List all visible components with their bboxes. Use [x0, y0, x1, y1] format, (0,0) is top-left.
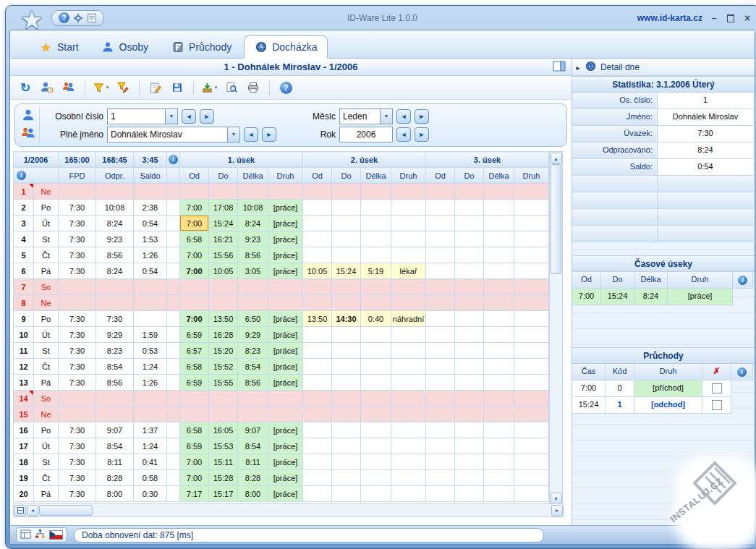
day-name-cell[interactable]: Út	[34, 327, 59, 343]
segment-empty-cell[interactable]	[455, 486, 484, 502]
saldo-cell[interactable]: 0:53	[134, 343, 167, 359]
toggle-detail-panel-button[interactable]	[553, 61, 567, 73]
segment-empty-cell[interactable]	[303, 422, 332, 438]
saldo-cell[interactable]	[134, 295, 167, 311]
day-name-cell[interactable]: Ne	[34, 184, 59, 200]
layout-icon[interactable]	[20, 529, 31, 542]
segment-empty-cell[interactable]	[332, 454, 361, 470]
fpd-cell[interactable]: 7:30	[59, 359, 96, 375]
segment-empty-cell[interactable]	[484, 279, 514, 295]
segment-empty-cell[interactable]	[455, 247, 484, 263]
edit-button[interactable]	[145, 79, 166, 96]
saldo-cell[interactable]: 1:24	[134, 359, 167, 375]
day-number-cell[interactable]: 17	[14, 438, 34, 454]
segment-empty-cell[interactable]	[426, 295, 455, 311]
segment-empty-cell[interactable]	[455, 216, 484, 231]
fpd-cell[interactable]	[59, 295, 96, 311]
fpd-cell[interactable]	[59, 184, 96, 200]
segment-delka-cell[interactable]: 8:11	[238, 454, 268, 470]
segment-empty-cell[interactable]	[426, 263, 455, 279]
segment-empty-cell[interactable]	[238, 279, 268, 295]
segment-empty-cell[interactable]	[268, 295, 303, 311]
day-name-cell[interactable]: Pá	[34, 375, 59, 391]
vertical-scroll-thumb[interactable]	[551, 164, 561, 274]
segment-empty-cell[interactable]	[426, 279, 455, 295]
segment-od-cell[interactable]: 6:58	[180, 422, 209, 438]
segment-empty-cell[interactable]	[238, 391, 268, 407]
segment-empty-cell[interactable]	[484, 263, 514, 279]
segment-empty-cell[interactable]	[455, 343, 484, 359]
odpr-cell[interactable]	[96, 407, 134, 422]
saldo-cell[interactable]: 0:30	[134, 486, 167, 502]
segment-empty-cell[interactable]	[391, 422, 426, 438]
collapse-arrow-icon[interactable]	[575, 62, 581, 72]
segment-empty-cell[interactable]	[484, 327, 514, 343]
segment-empty-cell[interactable]	[361, 231, 391, 247]
day-number-cell[interactable]: 19	[14, 470, 34, 486]
segment-empty-cell[interactable]	[332, 407, 361, 422]
info-icon[interactable]	[17, 171, 26, 180]
segment-empty-cell[interactable]	[484, 454, 514, 470]
segment-empty-cell[interactable]	[303, 343, 332, 359]
segment-empty-cell[interactable]	[303, 216, 332, 231]
chevron-down-icon[interactable]	[380, 109, 392, 124]
segment-empty-cell[interactable]	[484, 391, 514, 407]
segment-druh-cell[interactable]: [práce]	[268, 216, 303, 231]
scroll-down-button[interactable]	[551, 493, 562, 504]
segment-do-cell[interactable]: 15:11	[209, 454, 238, 470]
segment-empty-cell[interactable]	[332, 343, 361, 359]
segment-empty-cell[interactable]	[391, 327, 426, 343]
segment-empty-cell[interactable]	[455, 263, 484, 279]
segment-druh-cell[interactable]: [práce]	[268, 247, 303, 263]
segment-empty-cell[interactable]	[426, 375, 455, 391]
segment-empty-cell[interactable]	[391, 470, 426, 486]
segment-empty-cell[interactable]	[484, 486, 514, 502]
save-button[interactable]	[167, 79, 187, 96]
fpd-cell[interactable]: 7:30	[59, 231, 96, 247]
odpr-cell[interactable]: 9:23	[96, 231, 134, 247]
segment-empty-cell[interactable]	[514, 343, 549, 359]
segment-empty-cell[interactable]	[332, 247, 361, 263]
day-number-cell[interactable]: 1	[14, 184, 34, 200]
odpr-cell[interactable]	[96, 184, 134, 200]
segment-druh-cell[interactable]: [práce]	[268, 454, 303, 470]
segment-empty-cell[interactable]	[484, 311, 514, 327]
segment-empty-cell[interactable]	[391, 295, 426, 311]
segment-empty-cell[interactable]	[391, 343, 426, 359]
segment-empty-cell[interactable]	[361, 359, 391, 375]
segment-do-cell[interactable]: 10:05	[209, 263, 238, 279]
segment-od-cell[interactable]: 6:59	[180, 375, 209, 391]
segment-empty-cell[interactable]	[391, 184, 426, 200]
segment-empty-cell[interactable]	[361, 184, 391, 200]
day-number-cell[interactable]: 12	[14, 359, 34, 375]
odpr-cell[interactable]: 7:30	[96, 311, 134, 327]
fpd-cell[interactable]: 7:30	[59, 422, 96, 438]
segment-do-cell[interactable]: 15:52	[209, 359, 238, 375]
segment-empty-cell[interactable]	[484, 375, 514, 391]
segment-od-cell[interactable]: 6:57	[180, 343, 209, 359]
segment-empty-cell[interactable]	[180, 295, 209, 311]
pass-checkbox[interactable]	[712, 383, 722, 393]
segment-empty-cell[interactable]	[426, 327, 455, 343]
segment-empty-cell[interactable]	[332, 200, 361, 216]
saldo-cell[interactable]: 1:53	[134, 231, 167, 247]
segment-empty-cell[interactable]	[361, 375, 391, 391]
maximize-button[interactable]	[726, 13, 736, 23]
segment-empty-cell[interactable]	[303, 359, 332, 375]
saldo-cell[interactable]: 0:54	[134, 216, 167, 231]
segment-empty-cell[interactable]	[455, 438, 484, 454]
segment-empty-cell[interactable]	[514, 311, 549, 327]
segment-delka-cell[interactable]: 0:40	[361, 311, 391, 327]
segment-empty-cell[interactable]	[455, 311, 484, 327]
segment-empty-cell[interactable]	[514, 295, 549, 311]
segment-empty-cell[interactable]	[361, 279, 391, 295]
saldo-cell[interactable]: 1:59	[134, 327, 167, 343]
segment-empty-cell[interactable]	[332, 391, 361, 407]
person-icon[interactable]	[22, 108, 35, 124]
segment-empty-cell[interactable]	[426, 470, 455, 486]
segment-empty-cell[interactable]	[361, 407, 391, 422]
saldo-cell[interactable]: 1:37	[134, 422, 167, 438]
segment-empty-cell[interactable]	[332, 359, 361, 375]
segment-delka-cell[interactable]: 8:56	[238, 247, 268, 263]
segment-druh-cell[interactable]: [práce]	[268, 486, 303, 502]
